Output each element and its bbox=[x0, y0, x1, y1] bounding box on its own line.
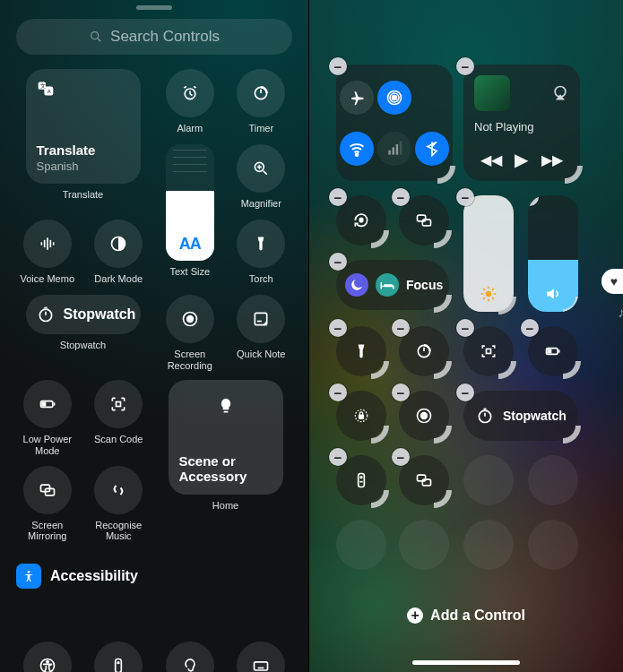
resize-handle[interactable] bbox=[434, 361, 452, 379]
torch-control[interactable]: Torch bbox=[230, 220, 293, 286]
remove-button[interactable]: − bbox=[521, 319, 539, 337]
home-control[interactable]: Scene or Accessory Home bbox=[159, 380, 292, 542]
bulb-icon bbox=[217, 394, 235, 412]
media-module[interactable]: − Not Playing ◀◀ ▶ ▶▶ bbox=[463, 65, 580, 181]
resize-handle[interactable] bbox=[498, 361, 516, 379]
home-indicator[interactable] bbox=[412, 660, 520, 665]
recognise-control[interactable]: Recognise Music bbox=[88, 466, 151, 542]
quicknote-label: Quick Note bbox=[237, 349, 285, 361]
add-control-button[interactable]: + Add a Control bbox=[309, 607, 623, 624]
empty-slot[interactable] bbox=[399, 520, 449, 570]
remove-button[interactable]: − bbox=[329, 57, 347, 75]
empty-slot[interactable] bbox=[528, 455, 578, 505]
magnifier-control[interactable]: Magnifier bbox=[230, 144, 293, 211]
recording-control[interactable]: Screen Recording bbox=[159, 295, 221, 371]
timer-label: Timer bbox=[248, 123, 273, 135]
darkmode-control[interactable]: Dark Mode bbox=[88, 220, 151, 286]
empty-slot[interactable] bbox=[336, 520, 386, 570]
torch-control[interactable]: − bbox=[336, 326, 386, 376]
lowpower-control[interactable]: Low Power Mode bbox=[16, 380, 79, 456]
rotation-lock-icon bbox=[352, 211, 370, 229]
airplay-icon[interactable] bbox=[551, 84, 569, 102]
mirroring-icon bbox=[39, 481, 56, 499]
empty-slot[interactable] bbox=[463, 455, 514, 505]
screen-mirroring-control[interactable]: − bbox=[399, 195, 449, 246]
remove-button[interactable]: − bbox=[528, 195, 539, 206]
translate-control[interactable]: 文A Translate Spanish Translate bbox=[16, 69, 150, 211]
svg-text:文: 文 bbox=[40, 82, 46, 89]
hearing-control[interactable] bbox=[159, 642, 221, 672]
resize-handle[interactable] bbox=[371, 426, 389, 444]
remove-button[interactable]: − bbox=[329, 319, 347, 337]
resize-handle[interactable] bbox=[371, 490, 389, 508]
connectivity-module[interactable]: − bbox=[336, 65, 453, 181]
timer-control[interactable]: Timer bbox=[230, 69, 293, 135]
remove-button[interactable]: − bbox=[456, 188, 474, 206]
mirror-control-2[interactable]: − bbox=[399, 455, 449, 505]
wifi-toggle[interactable] bbox=[340, 132, 374, 166]
empty-slot[interactable] bbox=[463, 520, 514, 570]
music-tab-icon[interactable]: ♪ bbox=[618, 305, 623, 321]
mirroring-control[interactable]: Screen Mirroring bbox=[16, 466, 79, 542]
remote-control[interactable]: − bbox=[336, 455, 386, 505]
stopwatch-icon bbox=[476, 407, 494, 425]
remove-button[interactable]: − bbox=[329, 383, 347, 401]
remove-button[interactable]: − bbox=[392, 188, 410, 206]
remove-button[interactable]: − bbox=[329, 448, 347, 466]
brightness-slider[interactable]: − bbox=[463, 195, 514, 312]
search-controls-field[interactable]: Search Controls bbox=[16, 19, 292, 55]
rotation-lock-control[interactable]: − bbox=[336, 195, 386, 246]
resize-handle[interactable] bbox=[563, 361, 581, 379]
remove-button[interactable]: − bbox=[329, 188, 347, 206]
sheet-grabber[interactable] bbox=[136, 5, 172, 10]
record-control[interactable]: − bbox=[399, 391, 449, 441]
resize-handle[interactable] bbox=[565, 166, 583, 184]
keyboard-control[interactable] bbox=[230, 642, 293, 672]
remove-button[interactable]: − bbox=[392, 383, 410, 401]
stopwatch-control[interactable]: − Stopwatch bbox=[463, 391, 578, 441]
airdrop-toggle[interactable] bbox=[377, 81, 411, 115]
resize-handle[interactable] bbox=[371, 361, 389, 379]
resize-handle[interactable] bbox=[434, 426, 452, 444]
resize-handle[interactable] bbox=[563, 426, 581, 444]
play-button[interactable]: ▶ bbox=[515, 149, 528, 170]
resize-handle[interactable] bbox=[434, 230, 452, 248]
remove-button[interactable]: − bbox=[456, 57, 474, 75]
quicknote-control[interactable]: Quick Note bbox=[230, 295, 293, 371]
remove-button[interactable]: − bbox=[392, 319, 410, 337]
timer-control[interactable]: − bbox=[399, 326, 449, 376]
volume-slider[interactable]: − bbox=[528, 195, 578, 312]
waveform-icon bbox=[39, 235, 56, 253]
airplane-toggle[interactable] bbox=[340, 81, 374, 115]
remove-button[interactable]: − bbox=[392, 448, 410, 466]
bluetooth-toggle[interactable] bbox=[415, 132, 449, 166]
lowpower-control[interactable]: − bbox=[528, 326, 578, 376]
accessibility-shortcut-control[interactable] bbox=[16, 642, 79, 672]
resize-handle[interactable] bbox=[434, 490, 452, 508]
battery-icon bbox=[39, 395, 56, 413]
rewind-button[interactable]: ◀◀ bbox=[480, 151, 502, 168]
magnifier-label: Magnifier bbox=[241, 198, 281, 211]
focus-control[interactable]: − Focus bbox=[336, 260, 449, 310]
favorites-tab[interactable]: ♥ bbox=[601, 269, 623, 294]
resize-handle[interactable] bbox=[437, 166, 455, 184]
resize-handle[interactable] bbox=[498, 297, 516, 314]
remote-control[interactable] bbox=[88, 642, 151, 672]
remove-button[interactable]: − bbox=[456, 383, 474, 401]
remove-button[interactable]: − bbox=[329, 253, 347, 271]
cellular-toggle[interactable] bbox=[377, 132, 411, 166]
remove-button[interactable]: − bbox=[456, 319, 474, 337]
scancode-control[interactable]: − bbox=[463, 326, 514, 376]
resize-handle[interactable] bbox=[371, 230, 389, 248]
alarm-control[interactable]: Alarm bbox=[159, 69, 221, 135]
scancode-control[interactable]: Scan Code bbox=[88, 380, 151, 456]
bluetooth-icon bbox=[423, 140, 441, 158]
voicememo-control[interactable]: Voice Memo bbox=[16, 220, 79, 286]
forward-button[interactable]: ▶▶ bbox=[541, 151, 563, 168]
empty-slot[interactable] bbox=[528, 520, 578, 570]
stopwatch-wide-control[interactable]: Stopwatch Stopwatch bbox=[16, 295, 150, 371]
textsize-control[interactable]: AA Text Size bbox=[159, 144, 221, 286]
lock-control[interactable]: − bbox=[336, 391, 386, 441]
resize-handle[interactable] bbox=[434, 295, 452, 313]
resize-handle[interactable] bbox=[563, 297, 578, 312]
